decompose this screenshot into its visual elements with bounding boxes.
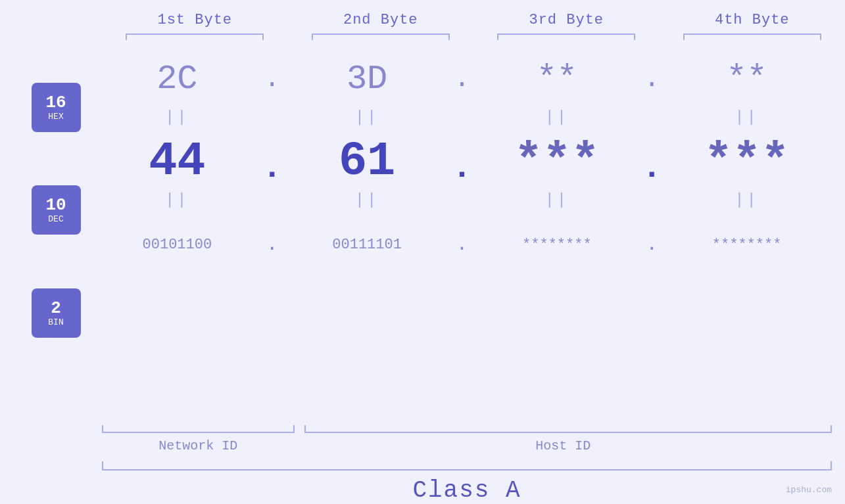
dec-dot-2: . <box>452 139 472 185</box>
hex-cell-2: 3D <box>282 60 452 99</box>
dec-cell-4: *** <box>662 135 832 189</box>
bin-val-4: ******** <box>712 237 782 253</box>
dec-badge: 10 DEC <box>32 185 81 235</box>
dec-val-3: *** <box>514 135 600 189</box>
bottom-bracket-row <box>102 425 832 433</box>
pipe-cell-8: || <box>662 191 832 209</box>
dec-cell-2: 61 <box>282 135 452 189</box>
dec-val-1: 44 <box>149 135 205 189</box>
bracket-line-2 <box>312 34 450 40</box>
bin-val-3: ******** <box>522 237 592 253</box>
hex-dot-3: . <box>642 64 662 94</box>
bracket-cell-3 <box>473 31 660 43</box>
bin-cell-1: 00101100 <box>92 237 262 253</box>
dec-cell-3: *** <box>472 135 642 189</box>
bracket-cell-4 <box>660 31 846 43</box>
hex-val-2: 3D <box>347 60 387 99</box>
bin-dot-1: . <box>262 233 282 256</box>
bracket-cell-1 <box>102 31 288 43</box>
bracket-line-3 <box>497 34 635 40</box>
hex-badge-label: HEX <box>48 112 63 121</box>
bin-badge-num: 2 <box>51 300 61 317</box>
class-bracket-row <box>102 461 832 470</box>
byte1-header: 1st Byte <box>102 12 288 28</box>
hex-val-4: ** <box>726 60 767 99</box>
network-bracket <box>102 425 295 433</box>
pipe-row-2: || || || || <box>92 188 832 212</box>
bin-badge: 2 BIN <box>32 288 81 338</box>
hex-badge-num: 16 <box>45 94 66 111</box>
dec-dot-3: . <box>642 139 662 185</box>
bin-dot-2: . <box>452 233 472 256</box>
badges-column: 16 HEX 10 DEC 2 BIN <box>0 49 92 365</box>
watermark: ipshu.com <box>786 485 832 495</box>
bin-cell-4: ******** <box>662 237 832 253</box>
data-columns: 2C . 3D . ** . ** <box>92 49 845 271</box>
bin-badge-label: BIN <box>48 318 63 327</box>
hex-val-1: 2C <box>157 60 197 99</box>
dec-cell-1: 44 <box>92 135 262 189</box>
main-area: 16 HEX 10 DEC 2 BIN 2C . <box>0 49 845 423</box>
pipe-cell-5: || <box>92 191 262 209</box>
class-label: Class A <box>412 477 521 504</box>
pipe-cell-4: || <box>662 108 832 126</box>
hex-cell-3: ** <box>472 60 642 99</box>
class-bracket <box>102 461 832 470</box>
bin-dot-3: . <box>642 233 662 256</box>
pipe-row-1: || || || || <box>92 105 832 129</box>
hex-val-3: ** <box>537 60 577 99</box>
dec-data-row: 44 . 61 . *** . *** <box>92 135 832 188</box>
bottom-section: Network ID Host ID Class A <box>0 425 845 504</box>
hex-cell-4: ** <box>662 60 832 99</box>
id-labels-row: Network ID Host ID <box>102 438 832 453</box>
pipe-cell-3: || <box>472 108 642 126</box>
top-bracket-row <box>0 31 845 43</box>
dec-badge-num: 10 <box>45 196 66 214</box>
byte4-header: 4th Byte <box>660 12 846 28</box>
hex-dot-1: . <box>262 64 282 94</box>
hex-data-row: 2C . 3D . ** . ** <box>92 53 832 105</box>
dec-dot-1: . <box>262 139 282 185</box>
bin-cell-2: 00111101 <box>282 237 452 253</box>
host-id-label: Host ID <box>295 438 833 453</box>
bin-val-2: 00111101 <box>332 237 402 253</box>
pipe-cell-2: || <box>282 108 452 126</box>
bin-cell-3: ******** <box>472 237 642 253</box>
dec-val-4: *** <box>704 135 790 189</box>
pipe-cell-6: || <box>282 191 452 209</box>
host-bracket <box>304 425 833 433</box>
pipe-cell-1: || <box>92 108 262 126</box>
bin-data-row: 00101100 . 00111101 . ******** . <box>92 218 832 271</box>
pipe-cell-7: || <box>472 191 642 209</box>
dec-val-2: 61 <box>339 135 395 189</box>
bracket-line-1 <box>126 34 264 40</box>
class-label-row: Class A <box>102 477 832 504</box>
bin-val-1: 00101100 <box>143 237 212 253</box>
network-id-label: Network ID <box>102 438 295 453</box>
bracket-line-4 <box>683 34 821 40</box>
dec-badge-label: DEC <box>48 215 63 223</box>
bracket-cell-2 <box>288 31 474 43</box>
hex-badge: 16 HEX <box>32 83 81 132</box>
main-container: 1st Byte 2nd Byte 3rd Byte 4th Byte 16 H… <box>0 0 845 504</box>
hex-dot-2: . <box>452 64 472 94</box>
byte2-header: 2nd Byte <box>288 12 474 28</box>
header-row: 1st Byte 2nd Byte 3rd Byte 4th Byte <box>0 12 845 28</box>
hex-cell-1: 2C <box>92 60 262 99</box>
byte3-header: 3rd Byte <box>473 12 660 28</box>
